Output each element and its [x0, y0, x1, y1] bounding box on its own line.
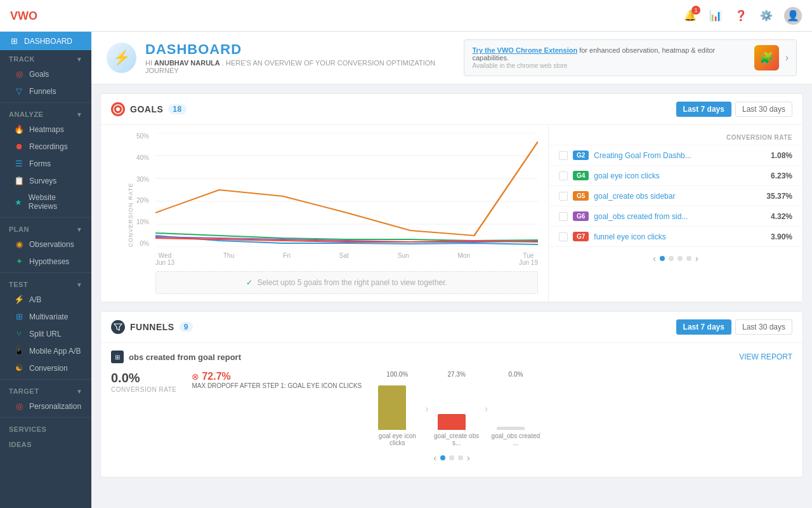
funnel-next-arrow[interactable]: › [467, 453, 470, 463]
chart-hint-text: Select upto 5 goals from the right panel… [257, 278, 447, 287]
chrome-ext-arrow[interactable]: › [785, 52, 789, 64]
sidebar-item-multivariate[interactable]: ⊞ Multivariate [0, 308, 91, 325]
sidebar-item-conversion[interactable]: ☯ Conversion [0, 359, 91, 377]
personalization-icon: ◎ [14, 401, 24, 411]
sidebar-item-personalization[interactable]: ◎ Personalization [0, 398, 91, 415]
goal-name-g4[interactable]: goal eye icon clicks [594, 171, 756, 180]
goal-checkbox-g4[interactable] [559, 171, 568, 180]
username-text: ANUBHAV NARULA [154, 59, 220, 67]
funnel-name: obs created from goal report [129, 352, 241, 362]
x-label-thu: Thu [223, 252, 234, 266]
sidebar-item-forms[interactable]: ☰ Forms [0, 155, 91, 172]
sidebar-section-services[interactable]: SERVICES [0, 420, 91, 436]
sidebar-section-track[interactable]: TRACK ▼ [0, 50, 91, 65]
plan-label: PLAN [9, 225, 29, 233]
funnel-bar-1: 100.0% goal eye icon clicks [372, 371, 422, 446]
help-icon[interactable]: ❓ [733, 8, 749, 23]
sidebar-section-ideas[interactable]: IDEAS [0, 436, 91, 451]
sidebar-item-ab[interactable]: ⚡ A/B [0, 291, 91, 308]
sidebar-item-dashboard[interactable]: ⊞ DASHBOARD [0, 32, 91, 50]
settings-icon[interactable]: ⚙️ [759, 8, 774, 23]
chart-select-hint: ✓ Select upto 5 goals from the right pan… [155, 271, 538, 294]
goals-page-dot-1[interactable] [660, 256, 665, 261]
sidebar-item-heatmaps[interactable]: 🔥 Heatmaps [0, 121, 91, 138]
goal-badge-g7: G7 [573, 232, 589, 241]
divider-5 [0, 417, 91, 418]
topbar: VWO 🔔1 📊 ❓ ⚙️ 👤 [0, 0, 812, 32]
services-label: SERVICES [9, 425, 46, 433]
goals-page-dot-2[interactable] [669, 256, 674, 261]
sidebar-item-recordings[interactable]: ⏺ Recordings [0, 138, 91, 155]
dashboard-icon: ⊞ [9, 36, 19, 46]
greeting-text: HI [145, 59, 152, 67]
goals-tab-7days[interactable]: Last 7 days [676, 102, 731, 117]
sidebar-item-label: Hypotheses [29, 257, 69, 266]
goal-checkbox-g5[interactable] [559, 192, 568, 201]
goal-checkbox-g7[interactable] [559, 232, 568, 241]
y-axis-label: CONVERSION RATE [128, 133, 134, 247]
funnel-bar-arrow-2: › [485, 403, 488, 415]
goal-name-g7[interactable]: funnel eye icon clicks [594, 232, 756, 241]
sidebar-section-analyze[interactable]: ANALYZE ▼ [0, 105, 91, 121]
sidebar-item-split-url[interactable]: ⑂ Split URL [0, 325, 91, 342]
mobile-ab-icon: 📱 [14, 346, 24, 356]
goals-page-dot-3[interactable] [678, 256, 683, 261]
goals-panel-tabs: Last 7 days Last 30 days [676, 102, 792, 117]
goal-name-g2[interactable]: Creating Goal From Dashb... [594, 151, 756, 160]
divider-3 [0, 272, 91, 273]
funnel-bar-2-fill [438, 414, 466, 430]
funnel-page-dot-3[interactable] [458, 455, 463, 460]
forms-icon: ☰ [14, 159, 24, 168]
funnel-metrics-inner: 0.0% CONVERSION RATE ⊗ 72.7% MAX DROPOFF… [111, 371, 362, 393]
funnels-tab-30days[interactable]: Last 30 days [735, 319, 792, 335]
y-label-0: 0% [136, 240, 149, 247]
warn-icon: ⊗ [192, 371, 199, 382]
funnel-bar-arrow-1: › [425, 403, 428, 415]
dropoff-step: GOAL EYE ICON CLICKS [287, 382, 362, 389]
conversion-rate-header: CONVERSION RATE [726, 134, 792, 141]
funnels-panel-title: FUNNELS 9 [111, 320, 193, 334]
funnel-header-row: ⊞ obs created from goal report VIEW REPO… [111, 351, 792, 363]
goal-name-g6[interactable]: goal_obs created from sid... [594, 212, 756, 221]
sidebar-item-label: Website Reviews [29, 193, 82, 211]
goals-chart-area: CONVERSION RATE 50% 40% 30% 20% 10% 0% [101, 125, 549, 302]
observations-icon: ◉ [14, 239, 24, 249]
chart-area: Wed Jun 13 Thu Fri [155, 133, 538, 294]
dashboard-title-block: ⚡ DASHBOARD HI ANUBHAV NARULA . HERE'S A… [107, 41, 464, 74]
user-avatar[interactable]: 👤 [784, 7, 802, 25]
goals-prev-arrow[interactable]: ‹ [653, 253, 656, 264]
y-axis-label-block: CONVERSION RATE [111, 133, 134, 294]
sidebar-item-mobile-ab[interactable]: 📱 Mobile App A/B [0, 342, 91, 359]
funnel-page-dot-2[interactable] [449, 455, 454, 460]
goals-page-dot-4[interactable] [686, 256, 691, 261]
goals-next-arrow[interactable]: › [695, 253, 698, 264]
sidebar-item-funnels[interactable]: ▽ Funnels [0, 83, 91, 100]
sidebar-item-goals[interactable]: ◎ Goals [0, 65, 91, 83]
goal-checkbox-g6[interactable] [559, 212, 568, 221]
chrome-ext-link[interactable]: Try the VWO Chrome Extension [472, 46, 577, 54]
activity-icon[interactable]: 📊 [708, 8, 723, 23]
sidebar-item-label: Multivariate [29, 312, 68, 321]
chrome-extension-banner: Try the VWO Chrome Extension for enhance… [464, 39, 797, 76]
funnels-icon: ▽ [14, 86, 24, 96]
funnel-prev-arrow[interactable]: ‹ [433, 453, 436, 463]
sidebar-item-website-reviews[interactable]: ★ Website Reviews [0, 189, 91, 215]
goal-checkbox-g2[interactable] [559, 151, 568, 160]
funnels-panel-header: FUNNELS 9 Last 7 days Last 30 days [101, 312, 802, 343]
goals-tab-30days[interactable]: Last 30 days [735, 102, 792, 117]
goal-badge-g5: G5 [573, 191, 589, 201]
logo[interactable]: VWO [10, 8, 41, 23]
funnels-tab-7days[interactable]: Last 7 days [676, 319, 731, 335]
sidebar-item-surveys[interactable]: 📋 Surveys [0, 172, 91, 189]
analyze-arrow: ▼ [76, 111, 82, 118]
sidebar-section-target[interactable]: TARGET ▼ [0, 382, 91, 398]
notification-icon[interactable]: 🔔1 [683, 8, 698, 23]
sidebar-section-plan[interactable]: PLAN ▼ [0, 220, 91, 236]
funnel-view-report[interactable]: VIEW REPORT [739, 352, 792, 361]
sidebar-item-observations[interactable]: ◉ Observations [0, 236, 91, 253]
funnel-page-dot-1[interactable] [440, 455, 445, 460]
goal-name-g5[interactable]: goal_create obs sidebar [594, 192, 756, 201]
sidebar-section-test[interactable]: TEST ▼ [0, 276, 91, 291]
goals-chart-svg [155, 133, 538, 247]
sidebar-item-hypotheses[interactable]: ✦ Hypotheses [0, 253, 91, 270]
